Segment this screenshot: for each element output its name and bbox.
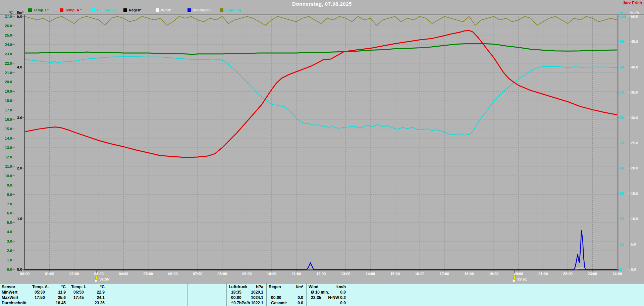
table-col-unit: l/m² [266, 285, 303, 290]
chart-canvas [0, 0, 644, 283]
table-divider [108, 284, 108, 306]
table-value: 22.9 [69, 290, 105, 295]
table-value: 0.0 [306, 301, 346, 306]
table-value: 1020.1 [226, 290, 263, 295]
table-value: 11.9 [30, 290, 66, 295]
table-value: 1022.1 [226, 301, 263, 306]
table-value: N-NW 0.2 [306, 295, 346, 300]
table-divider [147, 284, 147, 306]
series-group [25, 16, 617, 269]
marker-dot-icon [95, 280, 97, 282]
weather-app-screen: Donnerstag, 07.08.2025 Jarz Erich °C l/m… [0, 0, 644, 306]
table-value: 23.36 [69, 301, 105, 306]
table-value: 0.0 [266, 301, 303, 306]
table-value: 24.1 [69, 295, 105, 300]
table-col-unit: km/h [306, 285, 346, 290]
table-value: 1024.1 [226, 295, 263, 300]
table-col-unit: hPa [226, 285, 263, 290]
table-col-unit: °C [69, 285, 105, 290]
table-divider [349, 284, 349, 306]
table-col-unit: °C [30, 285, 66, 290]
marker-dot-icon [513, 280, 515, 282]
table-row-header: Durchschnitt [2, 301, 26, 306]
table-row-header: Sensor [2, 285, 15, 290]
table-value: 0.0 [266, 295, 303, 300]
table-value: 25.6 [30, 295, 66, 300]
table-row-header: MaxWert [2, 295, 18, 300]
table-value: 18.45 [30, 301, 66, 306]
table-row-header: MinWert [2, 290, 17, 295]
table-divider [187, 284, 188, 306]
stats-table: SensorMinWertMaxWertDurchschnittTemp. A.… [0, 284, 644, 306]
table-value: 0.0 [306, 290, 346, 295]
